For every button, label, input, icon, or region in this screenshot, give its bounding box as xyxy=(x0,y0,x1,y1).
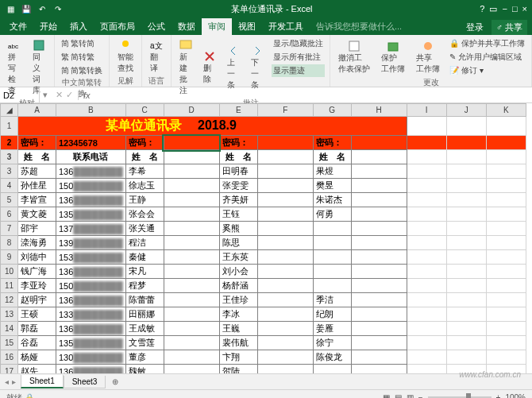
hdr-name-1[interactable]: 姓 名 xyxy=(18,150,56,164)
ribbon-toggle-icon[interactable]: ▭ xyxy=(489,4,497,14)
col-d[interactable]: D xyxy=(164,104,219,117)
row-15[interactable]: 15 xyxy=(1,336,18,350)
enter-icon[interactable]: ✓ xyxy=(66,90,73,100)
cell[interactable] xyxy=(257,265,313,279)
sheet-tab-1[interactable]: Sheet1 xyxy=(21,375,64,388)
cell[interactable] xyxy=(164,222,219,236)
cell[interactable]: 150████████ xyxy=(56,279,126,293)
cell[interactable] xyxy=(313,236,351,250)
cell[interactable]: 王钰 xyxy=(219,207,257,222)
tell-me[interactable]: 告诉我您想要做什么... xyxy=(310,18,408,35)
row-10[interactable]: 10 xyxy=(1,265,18,279)
cell[interactable]: 贺陆 xyxy=(219,365,257,374)
cell[interactable] xyxy=(257,322,313,336)
cell[interactable] xyxy=(257,336,313,350)
cell[interactable] xyxy=(257,193,313,207)
col-j[interactable]: J xyxy=(446,104,486,117)
row-13[interactable]: 13 xyxy=(1,307,18,322)
cell[interactable]: 133████████ xyxy=(56,307,126,322)
col-g[interactable]: G xyxy=(313,104,351,117)
share-workbook-button[interactable]: 共享 工作簿 xyxy=(413,37,443,77)
cell[interactable]: 136████████ xyxy=(56,164,126,179)
cell[interactable]: 卞翔 xyxy=(219,350,257,365)
show-all-comments[interactable]: 显示所有批注 xyxy=(272,51,325,64)
unprotect-sheet-button[interactable]: 撤消工 作表保护 xyxy=(335,37,373,77)
cell[interactable]: 李冰 xyxy=(219,307,257,322)
cell[interactable]: 魏敏 xyxy=(125,365,164,374)
cell[interactable] xyxy=(257,279,313,293)
row-6[interactable]: 6 xyxy=(1,207,18,222)
allow-edit-ranges[interactable]: ✎ 允许用户编辑区域 xyxy=(448,51,526,64)
undo-icon[interactable]: ↶ xyxy=(37,3,48,14)
cell[interactable]: 程梦 xyxy=(125,279,164,293)
hdr-name-3[interactable]: 姓 名 xyxy=(219,150,257,164)
col-h[interactable]: H xyxy=(351,104,407,117)
row-3[interactable]: 3 xyxy=(1,164,18,179)
view-layout-icon[interactable]: ▤ xyxy=(395,393,402,398)
cell[interactable] xyxy=(351,179,407,193)
redo-icon[interactable]: ↷ xyxy=(52,3,64,14)
login-button[interactable]: 登录 xyxy=(461,20,488,35)
cell[interactable]: 谷磊 xyxy=(18,336,56,350)
cell[interactable] xyxy=(257,293,313,307)
cell[interactable] xyxy=(164,350,219,365)
cell[interactable]: 136████████ xyxy=(56,293,126,307)
cell[interactable] xyxy=(257,250,313,265)
cell[interactable] xyxy=(164,193,219,207)
cell[interactable]: 139████████ xyxy=(56,236,126,250)
row-12[interactable]: 12 xyxy=(1,293,18,307)
cell[interactable]: 纪朗 xyxy=(313,307,351,322)
cell[interactable] xyxy=(164,250,219,265)
cell[interactable] xyxy=(351,279,407,293)
cell[interactable]: 王东英 xyxy=(219,250,257,265)
cell[interactable]: 137████████ xyxy=(56,222,126,236)
select-all-corner[interactable]: ◢ xyxy=(1,104,18,117)
protect-share-workbook[interactable]: 🔒 保护并共享工作簿 xyxy=(448,37,526,50)
tab-dev[interactable]: 开发工具 xyxy=(262,18,310,35)
cell[interactable] xyxy=(351,307,407,322)
row-1[interactable]: 1 xyxy=(1,117,18,136)
cell[interactable]: 樊昱 xyxy=(313,179,351,193)
cell[interactable]: 136████████ xyxy=(56,265,126,279)
row-3[interactable]: 3 xyxy=(1,150,18,164)
cell[interactable]: 孙佳星 xyxy=(18,179,56,193)
row-2[interactable]: 2 xyxy=(1,136,18,150)
col-f[interactable]: F xyxy=(257,104,313,117)
next-comment-button[interactable]: 下一条 xyxy=(248,37,267,98)
cell[interactable]: 李皆宣 xyxy=(18,193,56,207)
cell[interactable]: 136████████ xyxy=(56,193,126,207)
help-icon[interactable]: ? xyxy=(480,4,484,14)
cell[interactable] xyxy=(351,236,407,250)
col-b[interactable]: B xyxy=(56,104,126,117)
grid[interactable]: ◢ ABCDEFGHIJK 1 某单位通讯录2018.9 2 密码： 12345… xyxy=(0,103,532,373)
tab-insert[interactable]: 插入 xyxy=(64,18,94,35)
cell[interactable]: 赵先 xyxy=(18,365,56,374)
show-hide-comment[interactable]: 显示/隐藏批注 xyxy=(272,37,325,50)
sheet-title[interactable]: 某单位通讯录2018.9 xyxy=(18,117,407,136)
cell[interactable]: 姜雁 xyxy=(313,322,351,336)
cell[interactable]: 王佳珍 xyxy=(219,293,257,307)
col-i[interactable]: I xyxy=(407,104,446,117)
cell[interactable] xyxy=(257,179,313,193)
simp-trad-convert[interactable]: 简 简繁转换 xyxy=(60,64,105,77)
tab-view[interactable]: 视图 xyxy=(232,18,262,35)
tab-formula[interactable]: 公式 xyxy=(141,18,172,35)
col-e[interactable]: E xyxy=(219,104,257,117)
save-icon[interactable]: 💾 xyxy=(21,3,32,14)
cell[interactable]: 王硕 xyxy=(18,307,56,322)
cell[interactable]: 153████████ xyxy=(56,250,126,265)
pwd-label-2[interactable]: 密码： xyxy=(125,136,164,150)
cell[interactable]: 奚熊 xyxy=(219,222,257,236)
cell[interactable]: 王静 xyxy=(125,193,164,207)
cell[interactable]: 李希 xyxy=(125,164,164,179)
sheet-nav-next-icon[interactable]: ▸ xyxy=(12,377,16,386)
cell[interactable]: 徐志玉 xyxy=(125,179,164,193)
pwd-label-3[interactable]: 密码： xyxy=(219,136,257,150)
cell[interactable] xyxy=(313,365,351,374)
cell[interactable]: 杨娅 xyxy=(18,350,56,365)
tab-home[interactable]: 开始 xyxy=(33,18,64,35)
row-8[interactable]: 8 xyxy=(1,236,18,250)
cell[interactable]: 田丽娜 xyxy=(125,307,164,322)
row-7[interactable]: 7 xyxy=(1,222,18,236)
cell[interactable]: 何勇 xyxy=(313,207,351,222)
